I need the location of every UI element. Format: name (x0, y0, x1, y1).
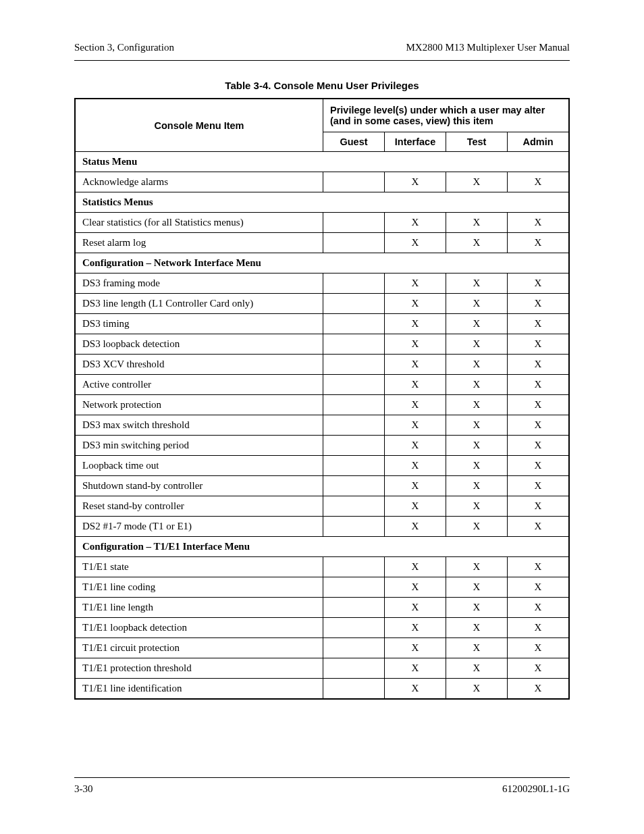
priv-mark: X (385, 557, 446, 577)
table-row: Loopback time outXXX (75, 456, 569, 476)
priv-mark: X (508, 496, 570, 517)
priv-mark: X (508, 618, 570, 638)
priv-mark: X (446, 658, 508, 679)
table-row: Statistics Menus (75, 192, 569, 213)
priv-mark (323, 496, 385, 517)
priv-mark (323, 658, 385, 679)
menu-item-label: Shutdown stand-by controller (75, 476, 323, 496)
priv-mark (323, 395, 385, 415)
priv-mark: X (446, 456, 508, 476)
menu-item-label: DS3 framing mode (75, 273, 323, 294)
priv-mark (323, 557, 385, 577)
table-row: T1/E1 protection thresholdXXX (75, 658, 569, 679)
menu-item-label: T1/E1 line coding (75, 577, 323, 598)
priv-mark: X (508, 233, 570, 253)
priv-mark (323, 517, 385, 537)
menu-item-label: Reset stand-by controller (75, 496, 323, 517)
priv-mark (323, 436, 385, 456)
priv-mark: X (508, 577, 570, 598)
priv-mark: X (446, 395, 508, 415)
col-header-admin: Admin (508, 132, 570, 152)
table-row: T1/E1 stateXXX (75, 557, 569, 577)
header-right: MX2800 M13 Multiplexer User Manual (406, 42, 570, 53)
priv-mark: X (446, 577, 508, 598)
page: Section 3, Configuration MX2800 M13 Mult… (0, 0, 644, 834)
priv-mark: X (385, 294, 446, 314)
section-heading: Status Menu (75, 152, 569, 172)
priv-mark: X (446, 557, 508, 577)
table-row: DS3 timingXXX (75, 314, 569, 334)
priv-mark: X (508, 557, 570, 577)
table-row: DS3 loopback detectionXXX (75, 334, 569, 355)
priv-mark (323, 172, 385, 192)
priv-mark: X (385, 213, 446, 233)
priv-mark: X (446, 334, 508, 355)
priv-mark: X (508, 294, 570, 314)
menu-item-label: Reset alarm log (75, 233, 323, 253)
menu-item-label: DS2 #1-7 mode (T1 or E1) (75, 517, 323, 537)
priv-mark (323, 294, 385, 314)
priv-mark: X (508, 679, 570, 700)
table-row: Clear statistics (for all Statistics men… (75, 213, 569, 233)
priv-mark: X (446, 355, 508, 375)
table-row: Configuration – Network Interface Menu (75, 253, 569, 273)
col-header-test: Test (446, 132, 508, 152)
page-header: Section 3, Configuration MX2800 M13 Mult… (74, 42, 570, 61)
privileges-table: Console Menu Item Privilege level(s) und… (74, 98, 570, 700)
priv-mark: X (385, 658, 446, 679)
menu-item-label: Acknowledge alarms (75, 172, 323, 192)
menu-item-label: DS3 min switching period (75, 436, 323, 456)
priv-mark: X (385, 679, 446, 700)
priv-mark: X (385, 476, 446, 496)
table-row: Status Menu (75, 152, 569, 172)
priv-mark: X (508, 456, 570, 476)
menu-item-label: T1/E1 circuit protection (75, 638, 323, 658)
priv-mark (323, 415, 385, 436)
menu-item-label: T1/E1 line identification (75, 679, 323, 700)
priv-mark: X (508, 395, 570, 415)
priv-mark: X (446, 679, 508, 700)
priv-mark (323, 456, 385, 476)
priv-mark: X (385, 355, 446, 375)
priv-mark (323, 618, 385, 638)
table-row: DS3 max switch thresholdXXX (75, 415, 569, 436)
table-row: T1/E1 line identificationXXX (75, 679, 569, 700)
priv-mark: X (385, 334, 446, 355)
table-row: DS3 framing modeXXX (75, 273, 569, 294)
priv-mark: X (508, 172, 570, 192)
menu-item-label: DS3 max switch threshold (75, 415, 323, 436)
priv-mark: X (508, 517, 570, 537)
col-header-priv-banner: Privilege level(s) under which a user ma… (323, 99, 570, 132)
priv-mark: X (446, 638, 508, 658)
priv-mark: X (508, 273, 570, 294)
menu-item-label: Network protection (75, 395, 323, 415)
priv-mark: X (385, 598, 446, 618)
priv-mark: X (446, 294, 508, 314)
priv-mark: X (446, 618, 508, 638)
menu-item-label: Clear statistics (for all Statistics men… (75, 213, 323, 233)
header-left: Section 3, Configuration (74, 42, 174, 53)
table-row: DS3 min switching periodXXX (75, 436, 569, 456)
priv-mark: X (385, 456, 446, 476)
priv-mark (323, 314, 385, 334)
priv-mark (323, 233, 385, 253)
priv-mark: X (508, 598, 570, 618)
col-header-item: Console Menu Item (75, 99, 323, 152)
priv-mark: X (385, 577, 446, 598)
table-row: Acknowledge alarmsXXX (75, 172, 569, 192)
table-row: Configuration – T1/E1 Interface Menu (75, 537, 569, 557)
table-row: T1/E1 circuit protectionXXX (75, 638, 569, 658)
section-heading: Configuration – Network Interface Menu (75, 253, 569, 273)
table-body: Status MenuAcknowledge alarmsXXXStatisti… (75, 152, 569, 700)
priv-mark: X (508, 436, 570, 456)
page-footer: 3-30 61200290L1-1G (74, 777, 570, 795)
col-header-guest: Guest (323, 132, 385, 152)
menu-item-label: T1/E1 protection threshold (75, 658, 323, 679)
table-row: DS3 XCV thresholdXXX (75, 355, 569, 375)
priv-mark: X (385, 496, 446, 517)
priv-mark: X (385, 517, 446, 537)
priv-mark: X (385, 395, 446, 415)
priv-mark (323, 638, 385, 658)
priv-mark: X (446, 273, 508, 294)
menu-item-label: Loopback time out (75, 456, 323, 476)
